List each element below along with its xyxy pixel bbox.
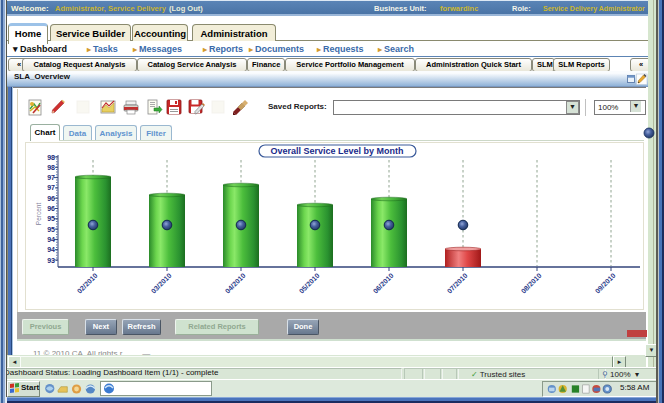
svg-text:02/2010: 02/2010 — [76, 272, 99, 295]
svg-text:Percent: Percent — [35, 203, 42, 226]
svg-text:96: 96 — [47, 195, 55, 202]
svg-text:07/2010: 07/2010 — [446, 272, 469, 295]
svg-text:09/2010: 09/2010 — [594, 272, 617, 295]
svg-text:08/2010: 08/2010 — [520, 272, 543, 295]
svg-text:95: 95 — [47, 226, 55, 233]
svg-text:03/2010: 03/2010 — [150, 272, 173, 295]
svg-text:Overall Service Level by Month: Overall Service Level by Month — [270, 146, 403, 156]
svg-text:97: 97 — [47, 174, 55, 181]
svg-text:94: 94 — [47, 246, 55, 253]
svg-text:96: 96 — [47, 205, 55, 212]
svg-text:06/2010: 06/2010 — [372, 272, 395, 295]
svg-text:98: 98 — [47, 164, 55, 171]
svg-text:97: 97 — [47, 184, 55, 191]
svg-text:05/2010: 05/2010 — [298, 272, 321, 295]
svg-text:04/2010: 04/2010 — [224, 272, 247, 295]
svg-text:95: 95 — [47, 215, 55, 222]
svg-text:98: 98 — [47, 154, 55, 161]
svg-text:93: 93 — [47, 257, 55, 264]
svg-text:94: 94 — [47, 236, 55, 243]
